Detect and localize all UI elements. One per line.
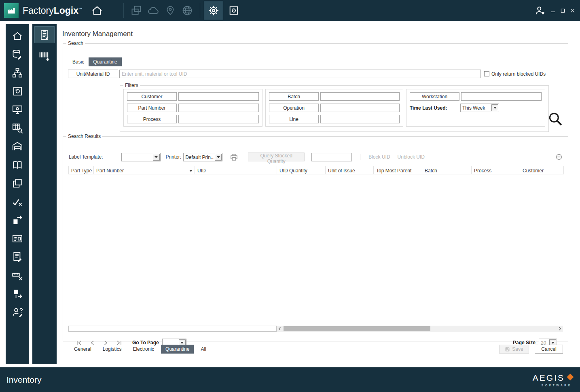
- dropdown-arrow-icon[interactable]: [491, 104, 498, 111]
- stocked-quantity-input[interactable]: [311, 153, 352, 161]
- process-filter-button[interactable]: Process: [127, 115, 177, 123]
- close-button[interactable]: [568, 5, 577, 16]
- tab-all[interactable]: All: [196, 345, 210, 354]
- home-button[interactable]: [89, 1, 106, 20]
- subbar-item-inventory-audit[interactable]: [35, 27, 54, 43]
- tab-quarantine[interactable]: Quarantine: [89, 57, 121, 66]
- line-filter-button[interactable]: Line: [269, 115, 319, 123]
- column-header-unit-of-issue[interactable]: Unit of Issue: [326, 166, 374, 174]
- statusbar: Inventory AEGIS SOFTWARE: [0, 367, 580, 392]
- sidebar-item-home[interactable]: [11, 30, 24, 42]
- save-button[interactable]: Save: [499, 345, 529, 354]
- sidebar-item-support[interactable]: [11, 306, 24, 318]
- customer-filter-button[interactable]: Customer: [127, 92, 177, 101]
- main-sidebar: [6, 24, 29, 364]
- user-help-icon: [12, 307, 23, 318]
- chevron-right-icon: [559, 327, 561, 331]
- query-stocked-quantity-button[interactable]: Query Stocked Quantity: [248, 153, 305, 161]
- location-button[interactable]: [162, 1, 179, 20]
- operation-filter-button[interactable]: Operation: [269, 104, 319, 112]
- column-header-process[interactable]: Process: [472, 166, 520, 174]
- column-header-customer[interactable]: Customer: [520, 166, 564, 174]
- time-last-used-select[interactable]: This Week: [460, 104, 499, 112]
- dropdown-arrow-icon[interactable]: [153, 154, 160, 161]
- scroll-right-button[interactable]: [557, 326, 563, 332]
- aegis-software-text: SOFTWARE: [542, 384, 572, 387]
- filters-column-1: Customer Part Number Process: [123, 89, 262, 127]
- horizontal-scrollbar[interactable]: [277, 326, 563, 332]
- remove-button[interactable]: [556, 154, 562, 160]
- user-x-icon: [534, 5, 546, 16]
- column-header-part-type[interactable]: Part Type: [69, 166, 94, 174]
- documents-button[interactable]: [128, 1, 145, 20]
- globe-button[interactable]: [179, 1, 196, 20]
- printer-icon: [230, 153, 238, 161]
- line-filter-input[interactable]: [320, 115, 400, 123]
- scroll-left-button[interactable]: [277, 326, 283, 332]
- operation-filter-input[interactable]: [320, 104, 400, 112]
- filters-column-3: Workstation Time Last Used: This Week: [406, 89, 545, 127]
- printer-select[interactable]: Default Prin...: [183, 153, 222, 161]
- sidebar-item-labels[interactable]: [11, 233, 24, 245]
- sidebar-item-notes[interactable]: [11, 251, 24, 263]
- batch-filter-button[interactable]: Batch: [269, 92, 319, 101]
- process-filter-input[interactable]: [178, 115, 259, 123]
- network-button[interactable]: [145, 1, 162, 20]
- sidebar-item-verification[interactable]: [11, 196, 24, 208]
- blocked-uids-checkbox[interactable]: [484, 71, 489, 76]
- label-template-select[interactable]: [121, 153, 161, 161]
- column-header-uid[interactable]: UID: [195, 166, 277, 174]
- sort-filter-icon[interactable]: [189, 170, 193, 172]
- scrollbar-thumb[interactable]: [284, 326, 430, 331]
- brand-text: FactoryLogix™: [23, 5, 82, 16]
- part-number-filter-button[interactable]: Part Number: [127, 104, 177, 112]
- sidebar-item-measurements[interactable]: [11, 269, 24, 282]
- search-button[interactable]: [548, 111, 563, 127]
- cancel-button[interactable]: Cancel: [535, 345, 563, 354]
- column-header-batch[interactable]: Batch: [422, 166, 472, 174]
- settings-button[interactable]: [204, 1, 223, 20]
- recent-button[interactable]: [225, 1, 242, 20]
- user-logout-button[interactable]: [531, 1, 548, 20]
- tab-general[interactable]: General: [70, 345, 96, 354]
- sidebar-item-shipping[interactable]: [11, 288, 24, 300]
- tab-electronic[interactable]: Electronic: [128, 345, 159, 354]
- sidebar-item-documentation[interactable]: [11, 159, 24, 171]
- tab-basic[interactable]: Basic: [68, 57, 89, 66]
- sidebar-item-lot-query[interactable]: [11, 122, 24, 134]
- search-tabs: Basic Quarantine: [68, 57, 122, 66]
- workstation-filter-input[interactable]: [461, 92, 542, 101]
- sidebar-item-history[interactable]: [11, 85, 24, 97]
- column-header-part-number[interactable]: Part Number: [94, 166, 195, 174]
- sidebar-item-templates[interactable]: [11, 177, 24, 189]
- unit-uid-input[interactable]: [119, 70, 481, 78]
- customer-filter-input[interactable]: [178, 92, 259, 101]
- print-button[interactable]: [230, 153, 238, 161]
- sidebar-item-transfer[interactable]: [11, 214, 24, 226]
- sidebar-item-data-editor[interactable]: [11, 49, 24, 61]
- unit-material-id-button[interactable]: Unit/Material ID: [68, 70, 118, 78]
- sidebar-item-warehouse[interactable]: [11, 140, 24, 153]
- part-number-filter-input[interactable]: [178, 104, 259, 112]
- scrollbar-track[interactable]: [283, 326, 557, 332]
- globe-icon: [182, 5, 193, 16]
- unblock-uid-button[interactable]: Unblock UID: [398, 154, 425, 160]
- subbar-item-barcode-add[interactable]: [35, 48, 54, 64]
- sidebar-item-stations[interactable]: [11, 104, 24, 116]
- column-header-uid-quantity[interactable]: UID Quantity: [277, 166, 326, 174]
- time-last-used-label: Time Last Used:: [410, 105, 459, 111]
- home-icon: [12, 31, 23, 41]
- block-uid-button[interactable]: Block UID: [368, 154, 390, 160]
- blocked-uids-option: Only return blocked UIDs: [484, 71, 546, 77]
- tab-logistics[interactable]: Logistics: [98, 345, 126, 354]
- minimize-button[interactable]: [548, 5, 557, 16]
- layers-icon: [131, 5, 142, 16]
- printer-value: Default Prin...: [184, 153, 214, 161]
- tab-quarantine-bottom[interactable]: Quarantine: [161, 345, 194, 354]
- batch-filter-input[interactable]: [320, 92, 400, 101]
- sidebar-item-process-flow[interactable]: [11, 67, 24, 79]
- column-header-top-most-parent[interactable]: Top Most Parent: [374, 166, 422, 174]
- dropdown-arrow-icon[interactable]: [215, 154, 222, 161]
- workstation-filter-button[interactable]: Workstation: [410, 92, 459, 101]
- maximize-button[interactable]: [558, 5, 567, 16]
